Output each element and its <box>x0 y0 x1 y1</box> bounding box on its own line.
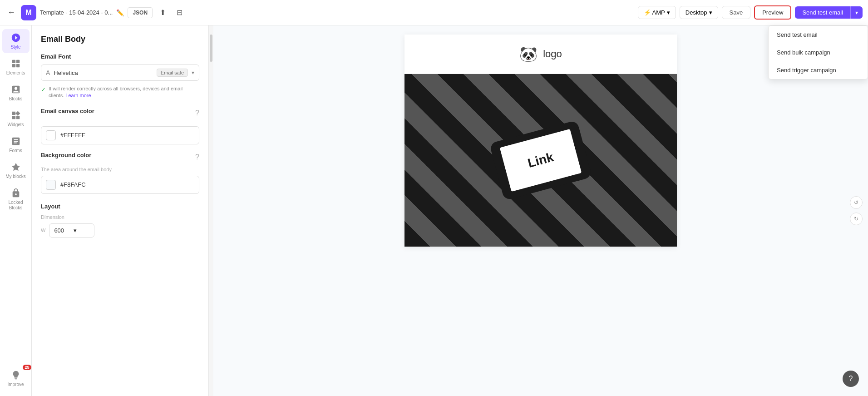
sidebar-item-blocks[interactable]: Blocks <box>2 81 30 105</box>
canvas-color-section: Email canvas color ? <box>41 108 199 119</box>
sidebar-item-widgets[interactable]: Widgets <box>2 107 30 131</box>
improve-badge: 25 <box>23 365 31 370</box>
canvas-area: 🐼 logo Link ↺ ↻ <box>213 25 868 396</box>
edit-title-button[interactable]: ✏️ <box>116 9 124 16</box>
redo-button[interactable]: ↻ <box>850 213 863 225</box>
font-note-text: It will render correctly across all brow… <box>49 85 199 99</box>
sidebar-widgets-label: Widgets <box>7 122 24 127</box>
desktop-arrow-icon: ▾ <box>709 9 712 16</box>
layout-label: Layout <box>41 203 199 210</box>
width-label: W <box>41 228 45 233</box>
bg-color-input[interactable]: #F8FAFC <box>41 176 199 194</box>
sidebar-elements-label: Elements <box>6 70 25 75</box>
bg-color-section: Background color ? <box>41 152 199 163</box>
share-button[interactable]: ⬆ <box>156 6 169 19</box>
canvas-color-input[interactable]: #FFFFFF <box>41 126 199 144</box>
font-name: Helvetica <box>54 69 153 76</box>
email-image: Link <box>404 74 677 247</box>
desktop-label: Desktop <box>686 9 707 16</box>
bg-color-value: #F8FAFC <box>60 181 86 188</box>
template-title: Template - 15-04-2024 - 0... <box>40 9 113 16</box>
canvas-color-label: Email canvas color <box>41 108 94 114</box>
send-test-group: Send test email ▾ <box>795 6 863 19</box>
dimension-label: Dimension <box>41 214 199 220</box>
font-dropdown-arrow-icon: ▾ <box>192 69 194 76</box>
sidebar-bottom: 25 Improve <box>2 366 30 396</box>
widgets-icon <box>11 110 21 120</box>
phone-screen: Link <box>500 129 582 192</box>
canvas-color-help-icon[interactable]: ? <box>195 109 199 117</box>
settings-panel: Email Body Email Font A Helvetica Email … <box>32 25 209 396</box>
canvas-inner: 🐼 logo Link <box>213 25 868 396</box>
dropdown-item-bulk[interactable]: Send bulk campaign <box>769 44 868 61</box>
style-icon <box>11 33 21 43</box>
save-button[interactable]: Save <box>722 6 751 19</box>
icon-sidebar: Style Elements Blocks Widgets Forms My b… <box>0 25 32 396</box>
sidebar-myblocks-label: My blocks <box>5 174 25 179</box>
app-logo-icon: M <box>25 9 31 17</box>
svg-rect-1 <box>16 60 19 63</box>
right-controls: ↺ ↻ <box>850 196 863 225</box>
svg-rect-3 <box>16 64 19 67</box>
help-float-button[interactable]: ? <box>843 371 859 387</box>
width-select[interactable]: 600 ▾ <box>49 223 94 238</box>
myblocks-icon <box>11 162 21 172</box>
font-note: ✓ It will render correctly across all br… <box>41 85 199 99</box>
topbar: ← M Template - 15-04-2024 - 0... ✏️ JSON… <box>0 0 868 25</box>
app-logo: M <box>21 5 36 20</box>
elements-icon <box>11 59 21 69</box>
email-frame: 🐼 logo Link <box>404 35 677 247</box>
sidebar-item-elements[interactable]: Elements <box>2 55 30 79</box>
font-badge: Email safe <box>157 69 188 77</box>
sidebar-item-lockedblocks[interactable]: Locked Blocks <box>2 184 30 214</box>
font-section-label: Email Font <box>41 53 199 60</box>
font-icon: A <box>46 69 50 76</box>
sidebar-item-improve[interactable]: 25 Improve <box>2 366 30 391</box>
scrollbar-thumb <box>210 35 212 62</box>
scrollbar[interactable] <box>209 25 213 396</box>
layout-section: Layout Dimension W 600 ▾ <box>41 203 199 238</box>
settings-title: Email Body <box>41 35 199 44</box>
svg-rect-0 <box>12 60 15 63</box>
svg-rect-2 <box>12 64 15 67</box>
desktop-mode-button[interactable]: Desktop ▾ <box>680 6 718 19</box>
sidebar-item-myblocks[interactable]: My blocks <box>2 158 30 183</box>
email-header: 🐼 logo <box>404 35 677 74</box>
canvas-color-value: #FFFFFF <box>60 132 85 139</box>
amp-label: ⚡ AMP <box>644 9 665 16</box>
logo-text: logo <box>543 48 562 60</box>
main-layout: Style Elements Blocks Widgets Forms My b… <box>0 25 868 396</box>
dimension-row: W 600 ▾ <box>41 223 199 238</box>
preview-button[interactable]: Preview <box>754 5 791 20</box>
sidebar-style-label: Style <box>10 45 20 50</box>
sidebar-item-forms[interactable]: Forms <box>2 133 30 157</box>
amp-mode-button[interactable]: ⚡ AMP ▾ <box>638 6 676 19</box>
sidebar-improve-label: Improve <box>7 382 24 387</box>
checkmark-icon: ✓ <box>41 86 46 94</box>
sidebar-forms-label: Forms <box>9 148 22 153</box>
send-test-button[interactable]: Send test email <box>795 6 850 19</box>
bg-color-label: Background color <box>41 152 91 158</box>
send-dropdown-menu: Send test email Send bulk campaign Send … <box>768 25 868 79</box>
json-button[interactable]: JSON <box>128 7 153 18</box>
panda-logo-icon: 🐼 <box>519 45 538 63</box>
back-button[interactable]: ← <box>5 6 17 19</box>
sidebar-item-style[interactable]: Style <box>2 29 30 53</box>
lockedblocks-icon <box>11 188 21 198</box>
sidebar-blocks-label: Blocks <box>9 96 22 101</box>
send-test-dropdown-arrow[interactable]: ▾ <box>850 6 863 19</box>
width-arrow-icon: ▾ <box>74 227 89 234</box>
help-icon: ? <box>849 375 853 383</box>
more-options-button[interactable]: ⊟ <box>173 6 186 19</box>
learn-more-link[interactable]: Learn more <box>65 93 91 98</box>
dropdown-item-send-test[interactable]: Send test email <box>769 26 868 44</box>
font-selector[interactable]: A Helvetica Email safe ▾ <box>41 64 199 81</box>
undo-button[interactable]: ↺ <box>850 196 863 209</box>
sidebar-lockedblocks-label: Locked Blocks <box>4 200 28 211</box>
amp-arrow-icon: ▾ <box>667 9 670 16</box>
bg-color-swatch <box>46 180 56 190</box>
topbar-left: ← M Template - 15-04-2024 - 0... ✏️ JSON… <box>5 5 634 20</box>
bg-color-help-icon[interactable]: ? <box>195 153 199 161</box>
blocks-icon <box>11 84 21 94</box>
dropdown-item-trigger[interactable]: Send trigger campaign <box>769 61 868 79</box>
